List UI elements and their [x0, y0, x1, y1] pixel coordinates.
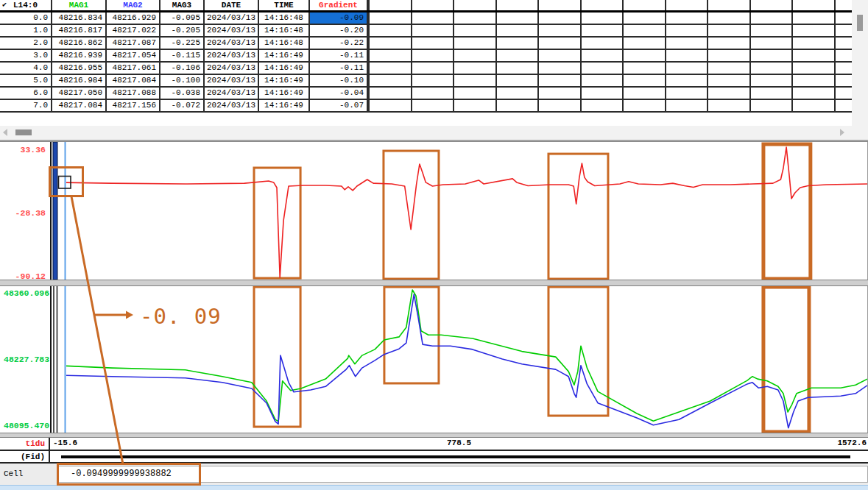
cell-mag2[interactable]: 48216.929 [107, 13, 160, 24]
cell-gradient[interactable]: -0.10 [310, 75, 368, 86]
cell-fid[interactable]: 4.0 [0, 63, 52, 74]
y-tick-label: 48227.783 [4, 355, 49, 364]
cell-fid[interactable]: 7.0 [0, 100, 52, 111]
cell-mag3[interactable]: -0.106 [160, 63, 205, 74]
cell-mag2[interactable]: 48217.022 [107, 25, 160, 36]
anomaly-highlight-box [763, 144, 811, 279]
x-axis-max: 1572.6 [837, 438, 867, 447]
panel-separator [0, 280, 868, 286]
header-mag1[interactable]: MAG1 [52, 0, 107, 10]
header-line-label: L14:0 [0, 0, 51, 10]
mag-chart[interactable]: 48360.09648227.78348095.470 [0, 286, 868, 433]
cell-date[interactable]: 2024/03/13 [205, 13, 259, 24]
fid-range-bar[interactable] [61, 455, 850, 458]
cell-fid[interactable]: 0.0 [0, 13, 52, 24]
window-bottom-strip [0, 485, 868, 490]
gradient-plot-area[interactable] [50, 142, 868, 280]
cell-mag1[interactable]: 48216.939 [52, 50, 107, 61]
header-empty-columns [368, 0, 852, 10]
fid-row-label: (Fid) [0, 451, 50, 462]
header-date[interactable]: DATE [205, 0, 259, 10]
mag1-trace [66, 290, 867, 422]
cell-mag2[interactable]: 48217.156 [107, 100, 160, 111]
anomaly-highlight-box [254, 287, 300, 427]
header-gradient[interactable]: Gradient [310, 0, 368, 10]
y-tick-label: 48095.470 [4, 421, 49, 430]
cell-gradient[interactable]: -0.20 [310, 25, 368, 36]
cell-mag3[interactable]: -0.205 [160, 25, 205, 36]
cell-time[interactable]: 14:16:49 [259, 75, 310, 86]
scroll-left-arrow-icon[interactable] [3, 129, 7, 136]
vertical-scrollbar-thumb[interactable] [857, 15, 863, 31]
cell-mag2[interactable]: 48217.088 [107, 88, 160, 99]
cell-mag1[interactable]: 48216.834 [52, 13, 107, 24]
cell-mag3[interactable]: -0.100 [160, 75, 205, 86]
cell-time[interactable]: 14:16:49 [259, 100, 310, 111]
cell-mag1[interactable]: 48216.984 [52, 75, 107, 86]
cell-fid[interactable]: 2.0 [0, 38, 52, 49]
cell-mag1[interactable]: 48217.050 [52, 88, 107, 99]
cell-date[interactable]: 2024/03/13 [205, 50, 259, 61]
cell-mag2[interactable]: 48217.054 [107, 50, 160, 61]
cell-date[interactable]: 2024/03/13 [205, 88, 259, 99]
cell-mag1[interactable]: 48216.955 [52, 63, 107, 74]
header-mag2[interactable]: MAG2 [107, 0, 160, 10]
x-axis-min: -15.6 [53, 438, 77, 447]
cell-date[interactable]: 2024/03/13 [205, 63, 259, 74]
header-line-cell[interactable]: ✔ L14:0 [0, 0, 52, 10]
cell-time[interactable]: 14:16:49 [259, 88, 310, 99]
x-axis-title: tidu [0, 438, 50, 450]
cell-date[interactable]: 2024/03/13 [205, 75, 259, 86]
cell-time[interactable]: 14:16:49 [259, 50, 310, 61]
cell-date[interactable]: 2024/03/13 [205, 100, 259, 111]
selected-column-bar[interactable] [53, 142, 57, 280]
cell-row-label: Cell [0, 464, 57, 485]
cell-mag1[interactable]: 48217.084 [52, 100, 107, 111]
cell-fid[interactable]: 1.0 [0, 25, 52, 36]
cell-gradient[interactable]: -0.11 [310, 63, 368, 74]
gradient-trace [66, 147, 867, 277]
cell-mag2[interactable]: 48217.061 [107, 63, 160, 74]
cell-mag3[interactable]: -0.225 [160, 38, 205, 49]
cell-fid[interactable]: 3.0 [0, 50, 52, 61]
cell-mag3[interactable]: -0.038 [160, 88, 205, 99]
anomaly-highlight-box [254, 168, 300, 278]
x-axis-mid: 778.5 [447, 438, 471, 447]
mag-plot-area[interactable] [50, 286, 868, 433]
cell-date[interactable]: 2024/03/13 [205, 38, 259, 49]
cell-gradient-selected[interactable]: -0.09 [310, 13, 368, 24]
table-row: 1.0 48216.817 48217.022 -0.205 2024/03/1… [0, 25, 852, 38]
table-row: 2.0 48216.862 48217.087 -0.225 2024/03/1… [0, 38, 852, 50]
cell-gradient[interactable]: -0.07 [310, 100, 368, 111]
anomaly-highlight-box [763, 287, 809, 432]
gradient-chart[interactable]: 33.36-28.38-90.12 [0, 142, 868, 280]
cell-gradient[interactable]: -0.04 [310, 88, 368, 99]
cell-value-row: Cell -0.0949999999938882 [0, 464, 868, 485]
cell-fid[interactable]: 5.0 [0, 75, 52, 86]
table-row: 4.0 48216.955 48217.061 -0.106 2024/03/1… [0, 63, 852, 75]
cell-mag3[interactable]: -0.095 [160, 13, 205, 24]
cell-time[interactable]: 14:16:49 [259, 63, 310, 74]
cell-mag3[interactable]: -0.115 [160, 50, 205, 61]
cell-gradient[interactable]: -0.11 [310, 50, 368, 61]
cell-mag3[interactable]: -0.072 [160, 100, 205, 111]
table-row: 3.0 48216.939 48217.054 -0.115 2024/03/1… [0, 50, 852, 63]
cell-mag1[interactable]: 48216.862 [52, 38, 107, 49]
horizontal-scrollbar-thumb[interactable] [15, 129, 32, 135]
header-mag3[interactable]: MAG3 [160, 0, 205, 10]
table-vertical-scrollbar[interactable] [852, 0, 868, 126]
cell-mag2[interactable]: 48217.087 [107, 38, 160, 49]
cell-value-input[interactable]: -0.0949999999938882 [57, 466, 868, 483]
scroll-right-arrow-icon[interactable] [840, 129, 844, 136]
gradient-y-axis: 33.36-28.38-90.12 [0, 142, 49, 280]
header-time[interactable]: TIME [259, 0, 310, 10]
table-horizontal-scrollbar[interactable] [0, 126, 868, 140]
cell-gradient[interactable]: -0.22 [310, 38, 368, 49]
cell-time[interactable]: 14:16:48 [259, 13, 310, 24]
cell-mag2[interactable]: 48217.084 [107, 75, 160, 86]
cell-mag1[interactable]: 48216.817 [52, 25, 107, 36]
cell-date[interactable]: 2024/03/13 [205, 25, 259, 36]
cell-time[interactable]: 14:16:48 [259, 25, 310, 36]
cell-fid[interactable]: 6.0 [0, 88, 52, 99]
cell-time[interactable]: 14:16:48 [259, 38, 310, 49]
